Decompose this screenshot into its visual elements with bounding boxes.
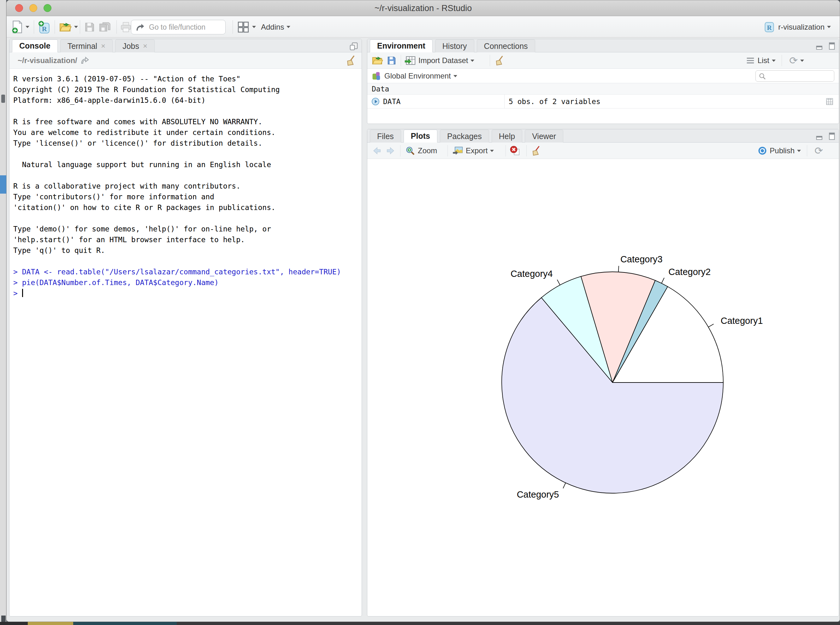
new-file-button[interactable] xyxy=(12,16,30,37)
addins-button[interactable]: Addins xyxy=(261,16,290,37)
tab-help[interactable]: Help xyxy=(492,130,522,143)
console-output[interactable]: R version 3.6.1 (2019-07-05) -- "Action … xyxy=(9,69,362,616)
tab-history[interactable]: History xyxy=(435,39,474,52)
broom-icon xyxy=(531,145,541,156)
tab-jobs[interactable]: Jobs × xyxy=(115,39,154,52)
load-workspace-button[interactable] xyxy=(372,52,383,69)
tab-environment[interactable]: Environment xyxy=(370,39,433,52)
export-plot-button[interactable]: Export xyxy=(452,143,494,159)
console-output-line: 'help.start()' for an HTML browser inter… xyxy=(13,234,362,245)
environment-tabbar: Environment History Connections xyxy=(367,39,839,52)
goto-directory-icon[interactable] xyxy=(81,56,90,65)
maximize-pane-icon[interactable] xyxy=(827,132,835,141)
publish-icon xyxy=(757,146,767,155)
console-output-line xyxy=(13,213,362,224)
refresh-plot-button[interactable]: ⟳ xyxy=(814,143,823,159)
console-output-line: You are welcome to redistribute it under… xyxy=(13,127,362,138)
titlebar: ~/r-visualization - RStudio xyxy=(7,0,840,16)
publish-label: Publish xyxy=(770,146,795,155)
import-dataset-icon xyxy=(405,56,416,65)
project-cube-icon: R xyxy=(764,21,775,33)
refresh-icon: ⟳ xyxy=(789,56,798,65)
zoom-plot-button[interactable]: Zoom xyxy=(405,143,437,159)
list-view-label: List xyxy=(757,56,769,65)
save-all-icon xyxy=(99,21,111,33)
save-all-button[interactable] xyxy=(99,16,111,37)
console-pane: Console Terminal × Jobs × xyxy=(9,39,362,616)
tab-console[interactable]: Console xyxy=(12,39,58,52)
chevron-down-icon xyxy=(471,60,474,62)
plots-pane: Files Plots Packages Help Viewer xyxy=(367,129,839,616)
remove-plot-button[interactable] xyxy=(510,143,520,159)
zoom-label: Zoom xyxy=(418,146,437,155)
pie-label-tick xyxy=(619,266,619,272)
back-arrow-icon xyxy=(372,146,382,155)
environment-search-input[interactable] xyxy=(756,70,834,82)
new-project-button[interactable]: R xyxy=(37,16,51,37)
goto-arrow-icon xyxy=(136,23,145,32)
clear-environment-button[interactable] xyxy=(494,52,504,69)
clear-console-button[interactable] xyxy=(345,52,356,69)
broom-icon xyxy=(494,55,504,66)
maximize-pane-icon[interactable] xyxy=(827,42,835,50)
pie-label: Category1 xyxy=(721,316,763,326)
project-name-label: r-visualization xyxy=(778,23,824,31)
main-toolbar: R xyxy=(7,16,840,37)
console-output-line: Type 'contributors()' for more informati… xyxy=(13,191,362,202)
maximize-pane-icon[interactable] xyxy=(349,42,358,51)
minimize-pane-icon[interactable] xyxy=(815,132,824,141)
console-output-line xyxy=(13,256,362,266)
environment-search[interactable] xyxy=(756,70,834,82)
panes-layout-button[interactable] xyxy=(237,16,256,37)
tab-plots[interactable]: Plots xyxy=(404,130,437,143)
chevron-down-icon xyxy=(800,60,804,62)
tab-files[interactable]: Files xyxy=(370,130,401,143)
broom-icon xyxy=(345,55,356,66)
open-file-button[interactable] xyxy=(59,16,78,37)
plots-tabbar: Files Plots Packages Help Viewer xyxy=(367,129,839,143)
svg-text:R: R xyxy=(767,24,772,31)
console-output-line: Copyright (C) 2019 The R Foundation for … xyxy=(13,84,362,95)
next-plot-button[interactable] xyxy=(386,143,396,159)
import-dataset-button[interactable]: Import Dataset xyxy=(405,52,474,69)
panes-grid-icon xyxy=(237,21,249,33)
tab-terminal[interactable]: Terminal × xyxy=(60,39,113,52)
list-view-button[interactable]: List xyxy=(746,52,776,69)
goto-file-search[interactable] xyxy=(131,20,226,34)
refresh-environment-button[interactable]: ⟳ xyxy=(789,52,804,69)
scope-label: Global Environment xyxy=(384,72,451,81)
project-menu-button[interactable]: R r-visualization xyxy=(764,16,831,37)
working-directory: ~/r-visualization/ xyxy=(18,52,90,69)
pie-label: Category2 xyxy=(669,267,711,277)
goto-file-input[interactable] xyxy=(131,20,226,34)
scope-selector[interactable]: Global Environment xyxy=(372,69,457,83)
tab-viewer[interactable]: Viewer xyxy=(525,130,563,143)
save-button[interactable] xyxy=(84,16,95,37)
chevron-down-icon xyxy=(797,150,801,152)
rstudio-window: ~/r-visualization - RStudio R xyxy=(6,0,840,622)
tab-connections[interactable]: Connections xyxy=(477,39,535,52)
print-button[interactable] xyxy=(120,16,132,37)
view-table-button[interactable] xyxy=(826,95,834,109)
environment-scope-row: Global Environment xyxy=(367,69,839,83)
publish-plot-button[interactable]: Publish xyxy=(757,143,801,159)
pie-label: Category5 xyxy=(517,490,559,499)
save-workspace-button[interactable] xyxy=(387,52,396,69)
console-output-line: R version 3.6.1 (2019-07-05) -- "Action … xyxy=(13,73,362,84)
global-environment-icon xyxy=(372,71,381,81)
previous-plot-button[interactable] xyxy=(372,143,382,159)
console-output-line xyxy=(13,106,362,117)
background-window-strip xyxy=(0,0,6,622)
console-command-line: > pie(DATA$Number.of.Times, DATA$Categor… xyxy=(13,277,362,288)
clear-all-plots-button[interactable] xyxy=(531,143,541,159)
chevron-down-icon xyxy=(827,26,831,28)
environment-object-row[interactable]: DATA 5 obs. of 2 variables xyxy=(367,95,839,109)
plot-display-area: Category1Category2Category3Category4Cate… xyxy=(368,159,838,616)
close-icon[interactable]: × xyxy=(143,42,147,50)
minimize-pane-icon[interactable] xyxy=(815,42,824,50)
tab-packages[interactable]: Packages xyxy=(440,130,489,143)
text-cursor xyxy=(22,289,23,297)
expand-object-icon[interactable] xyxy=(371,97,380,106)
new-project-icon: R xyxy=(37,20,51,34)
close-icon[interactable]: × xyxy=(101,42,105,50)
